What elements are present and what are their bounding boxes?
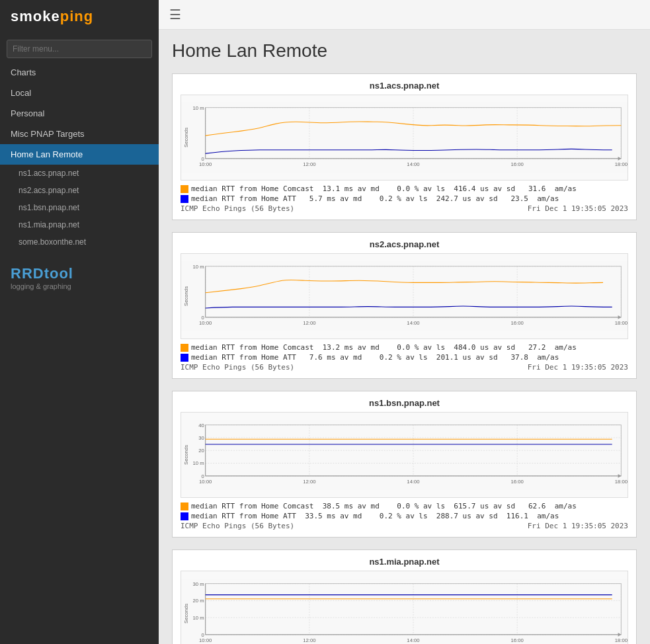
svg-text:Seconds: Seconds [183,286,189,306]
legend-color-2-0 [181,503,188,510]
svg-text:14:00: 14:00 [407,161,419,167]
topbar: ☰ [159,0,650,30]
sidebar: smokeping Charts Local Personal Misc PNA… [0,0,159,644]
svg-text:10:00: 10:00 [199,479,212,485]
chart-area-2: 40302010 m0Seconds10:0012:0014:0016:0018… [181,412,628,498]
legend-color-1-1 [181,354,188,362]
chart-footer-left-2: ICMP Echo Pings (56 Bytes) [181,522,294,530]
chart-legend-0: median RTT from Home Comcast 13.1 ms av … [181,184,628,213]
legend-color-0-0 [181,185,188,193]
chart-title-0: ns1.acs.pnap.net [181,81,628,91]
charts-container: ns1.acs.pnap.net10 m0Seconds10:0012:0014… [172,73,637,644]
svg-text:18:00: 18:00 [615,320,628,326]
rrdtool-subtitle: logging & graphing [11,282,148,290]
legend-text-0-1: median RTT from Home ATT 5.7 ms av md 0.… [191,194,559,203]
sidebar-subitem-3[interactable]: ns1.mia.pnap.net [0,216,159,233]
svg-text:16:00: 16:00 [511,320,524,326]
legend-row-0-1: median RTT from Home ATT 5.7 ms av md 0.… [181,194,628,203]
svg-rect-66 [181,579,628,644]
svg-text:0: 0 [201,156,204,162]
svg-text:12:00: 12:00 [303,320,315,326]
legend-text-0-0: median RTT from Home Comcast 13.1 ms av … [191,184,577,193]
chart-title-3: ns1.mia.pnap.net [181,557,628,567]
svg-text:12:00: 12:00 [303,479,315,485]
chart-title-1: ns2.acs.pnap.net [181,239,628,249]
chart-footer-2: ICMP Echo Pings (56 Bytes)Fri Dec 1 19:3… [181,522,628,530]
svg-text:18:00: 18:00 [615,637,628,643]
legend-text-2-0: median RTT from Home Comcast 38.5 ms av … [191,502,577,510]
legend-row-2-0: median RTT from Home Comcast 38.5 ms av … [181,502,628,510]
svg-text:Seconds: Seconds [183,128,189,147]
sidebar-subitem-0[interactable]: ns1.acs.pnap.net [0,165,159,182]
svg-text:10 m: 10 m [193,460,204,466]
logo-area: smokeping [0,0,159,33]
svg-text:30 m: 30 m [193,581,204,587]
chart-card-3: ns1.mia.pnap.net30 m20 m10 m0Seconds10:0… [172,549,637,644]
svg-text:18:00: 18:00 [615,161,628,167]
svg-text:10 m: 10 m [193,105,204,111]
legend-color-1-0 [181,344,188,352]
legend-row-1-1: median RTT from Home ATT 7.6 ms av md 0.… [181,353,628,362]
svg-text:Seconds: Seconds [183,445,189,465]
chart-legend-2: median RTT from Home Comcast 38.5 ms av … [181,502,628,530]
page-title: Home Lan Remote [172,40,637,61]
svg-text:12:00: 12:00 [303,637,315,643]
svg-rect-0 [181,102,628,173]
sidebar-item-misc-pnap[interactable]: Misc PNAP Targets [0,124,159,144]
sidebar-subitem-4[interactable]: some.boxonthe.net [0,233,159,251]
chart-card-2: ns1.bsn.pnap.net40302010 m0Seconds10:001… [172,391,637,538]
svg-text:12:00: 12:00 [303,161,315,167]
svg-text:Seconds: Seconds [183,604,189,624]
svg-text:10 m: 10 m [193,264,204,270]
svg-rect-20 [181,261,628,331]
svg-text:14:00: 14:00 [407,320,419,326]
legend-row-2-1: median RTT from Home ATT 33.5 ms av md 0… [181,512,628,520]
chart-footer-right-0: Fri Dec 1 19:35:05 2023 [528,204,628,213]
sidebar-item-local[interactable]: Local [0,83,159,103]
svg-text:20 m: 20 m [193,598,204,604]
chart-area-0: 10 m0Seconds10:0012:0014:0016:0018:00 [181,95,628,181]
svg-text:0: 0 [201,315,204,321]
hamburger-icon[interactable]: ☰ [169,7,181,22]
content-area: Home Lan Remote ns1.acs.pnap.net10 m0Sec… [159,30,650,644]
sidebar-item-charts[interactable]: Charts [0,62,159,83]
chart-footer-left-1: ICMP Echo Pings (56 Bytes) [181,363,294,372]
sidebar-item-home-lan-remote[interactable]: Home Lan Remote [0,144,159,165]
legend-row-0-0: median RTT from Home Comcast 13.1 ms av … [181,184,628,193]
svg-text:10 m: 10 m [193,615,204,621]
chart-area-3: 30 m20 m10 m0Seconds10:0012:0014:0016:00… [181,571,628,644]
chart-footer-left-0: ICMP Echo Pings (56 Bytes) [181,204,294,213]
rrdtool-title: RRDtool [11,265,148,282]
svg-text:10:00: 10:00 [199,320,212,326]
legend-color-0-1 [181,195,188,203]
logo-accent: ping [60,8,93,24]
filter-menu-input[interactable] [7,40,152,58]
main-content: ☰ Home Lan Remote ns1.acs.pnap.net10 m0S… [159,0,650,644]
svg-rect-40 [181,420,628,490]
svg-text:16:00: 16:00 [511,479,524,485]
legend-color-2-1 [181,512,188,520]
svg-text:20: 20 [198,448,204,454]
svg-text:10:00: 10:00 [199,637,212,643]
chart-footer-1: ICMP Echo Pings (56 Bytes)Fri Dec 1 19:3… [181,363,628,372]
legend-text-1-1: median RTT from Home ATT 7.6 ms av md 0.… [191,353,559,362]
svg-text:16:00: 16:00 [511,637,524,643]
svg-text:18:00: 18:00 [615,479,628,485]
rrdtool-area: RRDtool logging & graphing [0,256,159,293]
svg-text:30: 30 [198,435,204,441]
svg-text:14:00: 14:00 [407,637,419,643]
legend-text-1-0: median RTT from Home Comcast 13.2 ms av … [191,343,577,352]
chart-footer-right-1: Fri Dec 1 19:35:05 2023 [528,363,628,372]
svg-text:40: 40 [198,423,204,428]
svg-text:16:00: 16:00 [511,161,524,167]
sidebar-subitem-1[interactable]: ns2.acs.pnap.net [0,182,159,199]
chart-card-0: ns1.acs.pnap.net10 m0Seconds10:0012:0014… [172,73,637,220]
svg-text:0: 0 [201,473,204,479]
chart-footer-right-2: Fri Dec 1 19:35:05 2023 [528,522,628,530]
sidebar-subitem-2[interactable]: ns1.bsn.pnap.net [0,199,159,216]
chart-area-1: 10 m0Seconds10:0012:0014:0016:0018:00 [181,253,628,339]
app-logo: smokeping [11,8,148,25]
sidebar-item-personal[interactable]: Personal [0,103,159,124]
chart-card-1: ns2.acs.pnap.net10 m0Seconds10:0012:0014… [172,232,637,379]
svg-text:10:00: 10:00 [199,161,212,167]
